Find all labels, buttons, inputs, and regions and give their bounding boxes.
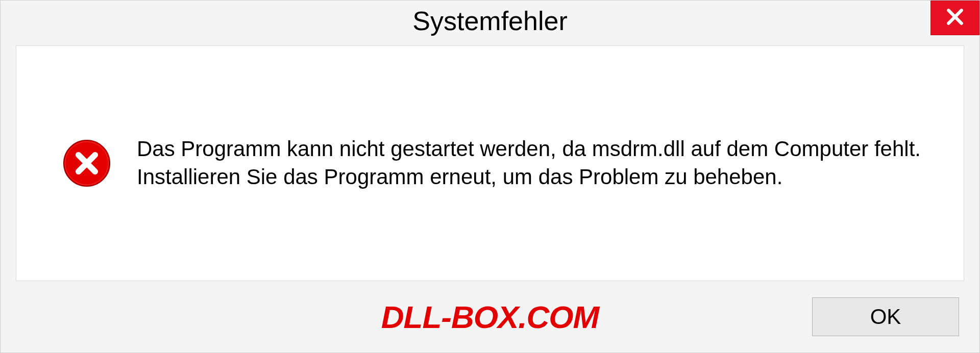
content-area: Das Programm kann nicht gestartet werden… xyxy=(16,45,964,281)
dialog-footer: DLL-BOX.COM OK xyxy=(1,281,979,352)
close-button[interactable] xyxy=(930,1,979,35)
ok-button-label: OK xyxy=(870,305,901,329)
error-icon xyxy=(62,139,111,188)
dialog-title: Systemfehler xyxy=(412,6,567,36)
titlebar: Systemfehler xyxy=(1,1,979,45)
close-icon xyxy=(945,7,965,29)
watermark-text: DLL-BOX.COM xyxy=(381,299,599,335)
ok-button[interactable]: OK xyxy=(812,297,959,336)
error-message: Das Programm kann nicht gestartet werden… xyxy=(137,135,933,191)
error-dialog: Systemfehler Das Programm kann nicht ges… xyxy=(0,0,980,353)
